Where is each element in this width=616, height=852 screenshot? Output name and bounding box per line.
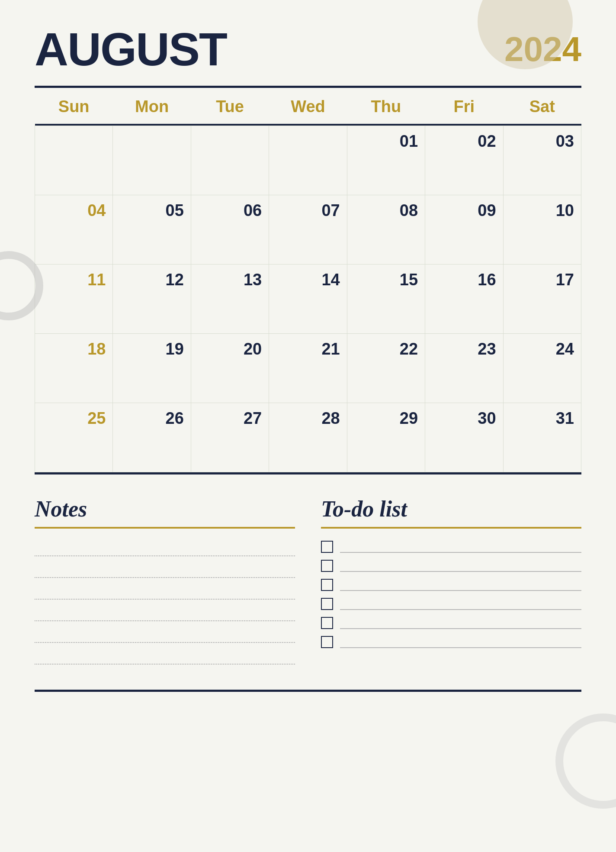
todo-checkbox-6[interactable]	[321, 636, 333, 648]
calendar-cell-27: 27	[191, 403, 269, 472]
todo-line-2[interactable]	[340, 560, 581, 572]
calendar-cell-11: 11	[35, 265, 113, 334]
calendar-cell-10: 10	[503, 195, 581, 265]
todo-items	[321, 541, 581, 654]
notes-underline	[35, 527, 295, 529]
todo-item-5	[321, 617, 581, 629]
calendar-cell-02: 02	[425, 126, 503, 195]
todo-item-3	[321, 579, 581, 591]
calendar-cell-22: 22	[347, 334, 425, 403]
calendar-cell-16: 16	[425, 265, 503, 334]
day-header-mon: Mon	[113, 88, 191, 124]
day-header-fri: Fri	[425, 88, 503, 124]
calendar-bottom-border	[35, 472, 581, 474]
todo-item-2	[321, 560, 581, 572]
calendar-cell-28: 28	[269, 403, 347, 472]
day-header-wed: Wed	[269, 88, 347, 124]
calendar-cell-empty	[35, 126, 113, 195]
notes-line-4[interactable]	[35, 606, 295, 621]
notes-section: Notes	[35, 496, 295, 668]
todo-section: To-do list	[321, 496, 581, 668]
calendar-week-2: 04 05 06 07 08 09 10	[35, 195, 581, 265]
todo-checkbox-2[interactable]	[321, 560, 333, 572]
calendar-cell-26: 26	[113, 403, 191, 472]
calendar-header-row: Sun Mon Tue Wed Thu Fri Sat	[35, 88, 581, 124]
calendar-cell-01: 01	[347, 126, 425, 195]
calendar-cell-09: 09	[425, 195, 503, 265]
calendar-cell-31: 31	[503, 403, 581, 472]
todo-line-5[interactable]	[340, 617, 581, 629]
todo-line-1[interactable]	[340, 541, 581, 553]
todo-checkbox-5[interactable]	[321, 617, 333, 629]
calendar-cell-12: 12	[113, 265, 191, 334]
calendar-cell-23: 23	[425, 334, 503, 403]
bottom-section: Notes To-do list	[35, 496, 581, 668]
todo-line-4[interactable]	[340, 598, 581, 610]
notes-line-1[interactable]	[35, 541, 295, 556]
calendar-cell-18: 18	[35, 334, 113, 403]
calendar-cell-05: 05	[113, 195, 191, 265]
calendar-cell-13: 13	[191, 265, 269, 334]
calendar-cell-30: 30	[425, 403, 503, 472]
notes-line-3[interactable]	[35, 584, 295, 600]
calendar-body: 01 02 03 04 05 06 07 08 09 10 11 12	[35, 126, 581, 472]
day-header-sat: Sat	[503, 88, 581, 124]
calendar-cell-21: 21	[269, 334, 347, 403]
calendar-cell-empty	[191, 126, 269, 195]
todo-item-1	[321, 541, 581, 553]
calendar-week-3: 11 12 13 14 15 16 17	[35, 265, 581, 334]
notes-line-2[interactable]	[35, 562, 295, 578]
calendar-cell-empty	[269, 126, 347, 195]
todo-title: To-do list	[321, 496, 581, 522]
page: AUGUST 2024 Sun Mon Tue Wed Thu Fri Sat	[0, 0, 616, 852]
calendar-cell-29: 29	[347, 403, 425, 472]
day-header-tue: Tue	[191, 88, 269, 124]
day-header-thu: Thu	[347, 88, 425, 124]
calendar-cell-03: 03	[503, 126, 581, 195]
calendar-cell-08: 08	[347, 195, 425, 265]
notes-line-6[interactable]	[35, 649, 295, 665]
page-bottom-border	[35, 690, 581, 692]
todo-line-3[interactable]	[340, 579, 581, 591]
calendar-cell-15: 15	[347, 265, 425, 334]
calendar-table: Sun Mon Tue Wed Thu Fri Sat	[35, 88, 581, 472]
notes-title: Notes	[35, 496, 295, 522]
todo-checkbox-3[interactable]	[321, 579, 333, 591]
calendar-cell-empty	[113, 126, 191, 195]
deco-circle-bottom-right	[555, 713, 616, 809]
notes-line-5[interactable]	[35, 627, 295, 643]
calendar-cell-14: 14	[269, 265, 347, 334]
notes-lines	[35, 541, 295, 668]
todo-underline	[321, 527, 581, 529]
calendar-container: Sun Mon Tue Wed Thu Fri Sat	[35, 86, 581, 474]
calendar-cell-20: 20	[191, 334, 269, 403]
todo-checkbox-4[interactable]	[321, 598, 333, 610]
calendar-cell-25: 25	[35, 403, 113, 472]
calendar-cell-19: 19	[113, 334, 191, 403]
calendar-week-5: 25 26 27 28 29 30 31	[35, 403, 581, 472]
calendar-cell-04: 04	[35, 195, 113, 265]
calendar-cell-07: 07	[269, 195, 347, 265]
todo-checkbox-1[interactable]	[321, 541, 333, 553]
calendar-cell-17: 17	[503, 265, 581, 334]
todo-item-4	[321, 598, 581, 610]
todo-line-6[interactable]	[340, 636, 581, 648]
month-title: AUGUST	[35, 26, 227, 73]
day-header-sun: Sun	[35, 88, 113, 124]
todo-item-6	[321, 636, 581, 648]
calendar-week-1: 01 02 03	[35, 126, 581, 195]
calendar-cell-06: 06	[191, 195, 269, 265]
calendar-week-4: 18 19 20 21 22 23 24	[35, 334, 581, 403]
calendar-cell-24: 24	[503, 334, 581, 403]
header-divider	[35, 124, 581, 126]
